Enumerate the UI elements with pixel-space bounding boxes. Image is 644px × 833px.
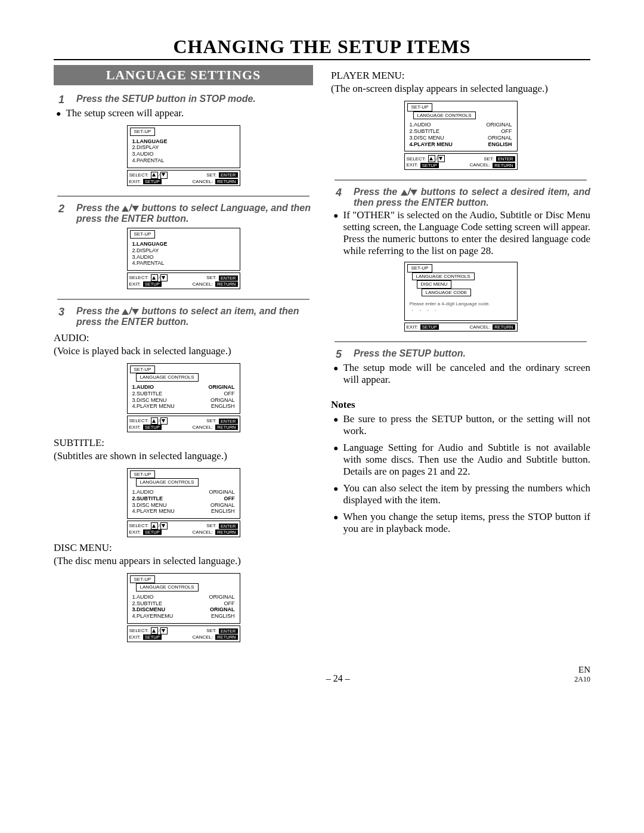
step-2: 2 Press the / buttons to select Language… xyxy=(58,203,313,224)
osd-lang-player: SET-UP LANGUAGE CONTROLS 1.AUDIOORIGINAL… xyxy=(404,101,518,170)
divider xyxy=(335,341,587,342)
note-item: ●Language Setting for Audio and Subtitle… xyxy=(333,442,590,478)
page-number: – 24 – xyxy=(101,673,574,684)
audio-desc: (Voice is played back in selected langua… xyxy=(54,345,313,357)
section-heading: LANGUAGE SETTINGS xyxy=(54,65,313,85)
down-arrow-icon xyxy=(132,309,139,315)
footer-lang: EN xyxy=(578,665,590,674)
step-5: 5 Press the SETUP button. xyxy=(336,348,590,361)
divider xyxy=(57,299,309,300)
step-3: 3 Press the / buttons to select an item,… xyxy=(58,306,313,327)
page-footer: – 24 – EN 2A10 xyxy=(54,665,590,684)
left-column: LANGUAGE SETTINGS 1 Press the SETUP butt… xyxy=(54,65,313,647)
up-down-icon: / xyxy=(151,627,168,634)
up-down-icon: / xyxy=(151,172,168,179)
osd-lang-audio: SET-UP LANGUAGE CONTROLS 1.AUDIOORIGINAL… xyxy=(127,363,240,432)
osd-setup-main-1: SET-UP 1.LANGUAGE 2.DISPLAY 3.AUDIO 4.PA… xyxy=(127,125,240,186)
player-desc: (The on-screen display appears in select… xyxy=(331,83,590,95)
page-title: CHANGING THE SETUP ITEMS xyxy=(54,36,590,60)
osd-setup-main-2: SET-UP 1.LANGUAGE 2.DISPLAY 3.AUDIO 4.PA… xyxy=(127,228,240,289)
osd-lang-subtitle: SET-UP LANGUAGE CONTROLS 1.AUDIOORIGINAL… xyxy=(127,468,240,537)
footer-code: 2A10 xyxy=(574,675,590,684)
subtitle-desc: (Subtitles are shown in selected languag… xyxy=(54,450,313,462)
player-heading: PLAYER MENU: xyxy=(331,70,590,82)
step-5-result: ● The setup mode will be canceled and th… xyxy=(333,362,590,386)
step-1-result: ● The setup screen will appear. xyxy=(56,107,313,120)
divider xyxy=(57,196,309,197)
up-arrow-icon xyxy=(122,206,129,212)
audio-heading: AUDIO: xyxy=(54,332,313,344)
up-arrow-icon xyxy=(122,309,129,315)
up-down-icon: / xyxy=(151,417,168,425)
divider xyxy=(335,179,587,181)
down-arrow-icon xyxy=(410,190,417,196)
up-down-icon: / xyxy=(151,274,168,281)
notes-heading: Notes xyxy=(331,399,590,411)
note-item: ●When you change the setup items, press … xyxy=(333,511,590,535)
up-arrow-icon xyxy=(401,190,408,196)
right-column: PLAYER MENU: (The on-screen display appe… xyxy=(331,65,590,647)
step-4: 4 Press the / buttons to select a desire… xyxy=(336,187,590,208)
disc-heading: DISC MENU: xyxy=(54,542,313,554)
note-item: ●Be sure to press the SETUP button, or t… xyxy=(333,413,590,437)
step-1: 1 Press the SETUP button in STOP mode. xyxy=(58,94,313,106)
osd-lang-disc: SET-UP LANGUAGE CONTROLS 1.AUDIOORIGINAL… xyxy=(127,573,240,642)
down-arrow-icon xyxy=(132,206,139,212)
up-down-icon: / xyxy=(151,522,168,529)
subtitle-heading: SUBTITLE: xyxy=(54,437,313,449)
note-item: ●You can also select the item by pressin… xyxy=(333,482,590,506)
up-down-icon: / xyxy=(428,155,445,162)
step-4-note: ● If "OTHER" is selected on the Audio, S… xyxy=(333,209,590,257)
osd-language-code: SET-UP LANGUAGE CONTROLS DISC MENU LANGU… xyxy=(404,262,518,332)
disc-desc: (The disc menu appears in selected langu… xyxy=(54,555,313,567)
